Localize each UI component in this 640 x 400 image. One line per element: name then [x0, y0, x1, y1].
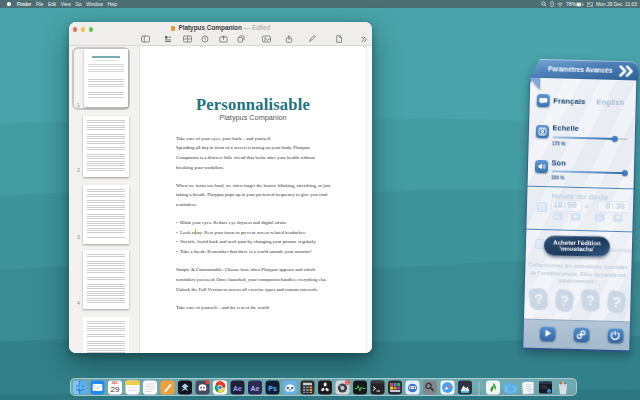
- svg-text:Ps: Ps: [268, 385, 277, 392]
- svg-text:29: 29: [111, 385, 120, 394]
- svg-text:Ae: Ae: [251, 385, 260, 392]
- svg-text:Ae: Ae: [233, 385, 242, 392]
- svg-text:1: 1: [347, 381, 349, 385]
